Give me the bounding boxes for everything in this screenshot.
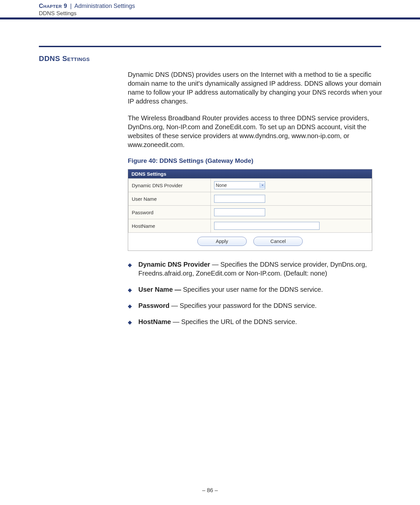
list-item-rest: Specifies your user name for the DDNS se… <box>181 286 323 293</box>
intro-paragraph-1: Dynamic DNS (DDNS) provides users on the… <box>128 70 388 106</box>
diamond-bullet-icon: ◆ <box>128 317 138 326</box>
username-cell <box>211 192 372 206</box>
list-item-term: Dynamic DNS Provider <box>138 261 210 268</box>
hostname-label: HostName <box>128 219 211 233</box>
breadcrumb-separator: | <box>69 3 73 9</box>
provider-label: Dynamic DNS Provider <box>128 179 211 192</box>
password-input[interactable] <box>214 208 265 216</box>
list-item-text: HostName — Specifies the URL of the DDNS… <box>138 317 388 326</box>
list-item: ◆ HostName — Specifies the URL of the DD… <box>128 317 388 326</box>
chevron-down-icon <box>260 183 265 188</box>
breadcrumb: Chapter 9 | Administration Settings <box>39 3 420 10</box>
list-item-text: Dynamic DNS Provider — Specifies the DDN… <box>138 260 388 278</box>
diamond-bullet-icon: ◆ <box>128 301 138 310</box>
password-label: Password <box>128 206 211 219</box>
list-item: ◆ User Name — Specifies your user name f… <box>128 285 388 294</box>
chapter-label: Chapter 9 <box>39 3 67 9</box>
page-header: Chapter 9 | Administration Settings DDNS… <box>0 0 420 17</box>
page-number: – 86 – <box>0 487 420 494</box>
username-label: User Name <box>128 192 211 206</box>
password-cell <box>211 206 372 219</box>
hostname-cell <box>211 219 372 233</box>
field-description-list: ◆ Dynamic DNS Provider — Specifies the D… <box>128 260 388 326</box>
hostname-input[interactable] <box>214 222 320 230</box>
diamond-bullet-icon: ◆ <box>128 260 138 278</box>
list-item-term: HostName <box>138 318 171 325</box>
list-item-rest: — Specifies your password for the DDNS s… <box>169 302 317 309</box>
list-item-term: User Name — <box>138 286 181 293</box>
table-row: User Name <box>128 192 372 206</box>
table-row: Dynamic DNS Provider None <box>128 179 372 192</box>
figure-caption: Figure 40: DDNS Settings (Gateway Mode) <box>128 157 388 164</box>
table-row: HostName <box>128 219 372 233</box>
section-title: DDNS Settings <box>39 54 381 63</box>
settings-table: Dynamic DNS Provider None User Name <box>128 178 372 233</box>
diamond-bullet-icon: ◆ <box>128 285 138 294</box>
list-item-text: User Name — Specifies your user name for… <box>138 285 388 294</box>
ddns-settings-panel: DDNS Settings Dynamic DNS Provider None <box>128 169 372 251</box>
panel-button-row: Apply Cancel <box>128 233 372 246</box>
list-item-text: Password — Specifies your password for t… <box>138 301 388 310</box>
chapter-subtitle: DDNS Settings <box>39 10 420 17</box>
intro-paragraph-2: The Wireless Broadband Router provides a… <box>128 114 388 149</box>
section-title-text: DDNS Settings <box>39 54 90 63</box>
list-item-term: Password <box>138 302 169 309</box>
apply-button[interactable]: Apply <box>197 237 247 246</box>
cancel-button[interactable]: Cancel <box>253 237 303 246</box>
provider-select[interactable]: None <box>214 181 265 189</box>
list-item-rest: — Specifies the URL of the DDNS service. <box>171 318 297 325</box>
list-item: ◆ Dynamic DNS Provider — Specifies the D… <box>128 260 388 278</box>
list-item: ◆ Password — Specifies your password for… <box>128 301 388 310</box>
section-rule <box>39 46 381 47</box>
panel-title: DDNS Settings <box>128 169 372 178</box>
chapter-title: Administration Settings <box>74 3 135 9</box>
username-input[interactable] <box>214 195 265 203</box>
table-row: Password <box>128 206 372 219</box>
provider-cell: None <box>211 179 372 192</box>
provider-select-value: None <box>216 183 227 188</box>
